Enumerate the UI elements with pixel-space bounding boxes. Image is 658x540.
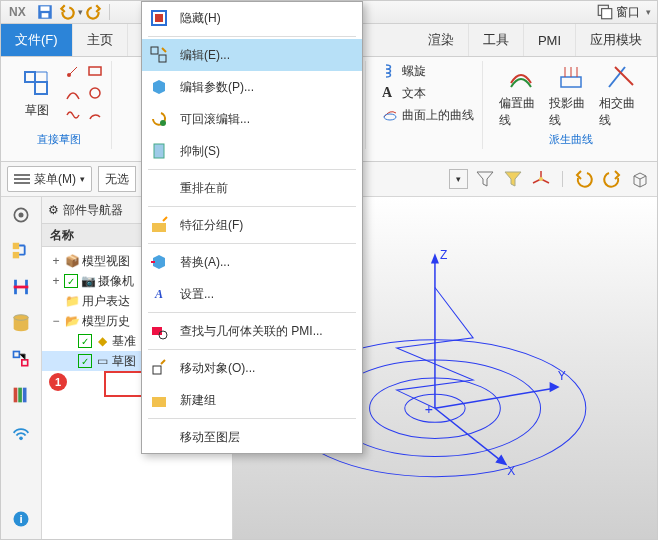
tree-icon[interactable] <box>7 345 35 373</box>
left-toolbar: i <box>1 197 42 539</box>
line-tool[interactable] <box>65 83 81 103</box>
svg-rect-49 <box>159 55 166 62</box>
svg-rect-52 <box>152 223 166 232</box>
tab-home[interactable]: 主页 <box>73 24 128 56</box>
svg-rect-24 <box>14 352 20 358</box>
svg-rect-10 <box>89 67 101 75</box>
ctx-feature-group[interactable]: 特征分组(F) <box>142 209 362 241</box>
svg-rect-2 <box>41 13 48 18</box>
helix-tool[interactable]: 螺旋 <box>382 61 426 81</box>
svg-rect-28 <box>23 388 27 403</box>
svg-rect-13 <box>561 77 581 87</box>
window-icon[interactable] <box>596 3 614 21</box>
svg-rect-27 <box>18 388 22 403</box>
intersect-curve-button[interactable]: 相交曲线 <box>599 61 643 129</box>
text-tool[interactable]: A文本 <box>382 83 426 103</box>
window-menu-label[interactable]: 窗口 <box>616 4 640 21</box>
svg-rect-56 <box>152 397 166 407</box>
svg-text:+: + <box>425 401 433 417</box>
constraint-nav-icon[interactable] <box>7 273 35 301</box>
database-icon[interactable] <box>7 309 35 337</box>
circle-tool[interactable] <box>87 83 103 103</box>
tab-tools[interactable]: 工具 <box>469 24 524 56</box>
svg-text:i: i <box>19 512 22 525</box>
save-icon[interactable] <box>36 3 54 21</box>
wifi-icon[interactable] <box>7 417 35 445</box>
undo-history-icon[interactable] <box>573 168 595 190</box>
svg-marker-40 <box>550 382 560 392</box>
svg-rect-15 <box>14 178 30 180</box>
curve-on-surface-tool[interactable]: 曲面上的曲线 <box>382 105 474 125</box>
ctx-reorder[interactable]: 重排在前 <box>142 172 362 204</box>
arc-tool[interactable] <box>87 105 103 125</box>
svg-point-11 <box>90 88 100 98</box>
settings-icon[interactable] <box>7 201 35 229</box>
spline-tool[interactable] <box>65 105 81 125</box>
ctx-edit-params[interactable]: 编辑参数(P)... <box>142 71 362 103</box>
svg-rect-55 <box>153 366 161 374</box>
svg-rect-6 <box>35 82 47 94</box>
ctx-new-group[interactable]: 新建组 <box>142 384 362 416</box>
svg-rect-51 <box>154 144 164 158</box>
menu-button[interactable]: 菜单(M)▾ <box>7 166 92 192</box>
app-logo: NX <box>1 5 34 19</box>
filter-color-icon[interactable] <box>502 168 524 190</box>
tab-appmodule[interactable]: 应用模块 <box>576 24 657 56</box>
svg-rect-47 <box>155 14 163 22</box>
svg-rect-5 <box>25 72 35 82</box>
svg-text:Y: Y <box>558 369 566 383</box>
ctx-replace[interactable]: 替换(A)... <box>142 246 362 278</box>
ctx-move-to-layer[interactable]: 移动至图层 <box>142 421 362 453</box>
tab-pmi[interactable]: PMI <box>524 24 576 56</box>
selection-filter[interactable]: 无选 <box>98 166 136 192</box>
svg-text:Z: Z <box>440 248 447 262</box>
callout-1: 1 <box>49 373 67 391</box>
svg-marker-37 <box>431 253 439 263</box>
svg-rect-1 <box>40 6 49 11</box>
point-tool[interactable] <box>65 61 81 81</box>
svg-rect-14 <box>14 174 30 176</box>
assembly-nav-icon[interactable] <box>7 237 35 265</box>
box-icon[interactable] <box>629 168 651 190</box>
redo-history-icon[interactable] <box>601 168 623 190</box>
info-icon[interactable]: i <box>7 505 35 533</box>
ctx-move-object[interactable]: 移动对象(O)... <box>142 352 362 384</box>
offset-curve-button[interactable]: 偏置曲线 <box>499 61 543 129</box>
tab-file[interactable]: 文件(F) <box>1 24 73 56</box>
svg-rect-53 <box>152 327 162 335</box>
filter-icon[interactable] <box>474 168 496 190</box>
ribbon-group-sketch-label[interactable]: 直接草图 <box>37 132 81 149</box>
rect-tool[interactable] <box>87 61 103 81</box>
svg-point-12 <box>384 114 396 120</box>
svg-text:X: X <box>507 464 515 478</box>
ribbon-group-derived-label[interactable]: 派生曲线 <box>549 132 593 149</box>
svg-point-29 <box>19 437 23 441</box>
svg-rect-21 <box>13 252 19 258</box>
svg-rect-4 <box>602 9 612 19</box>
ctx-edit[interactable]: 编辑(E)... <box>142 39 362 71</box>
axis-triad: Z Y X + <box>425 248 566 477</box>
svg-point-17 <box>539 177 543 181</box>
svg-rect-20 <box>13 243 19 249</box>
ctx-rollback[interactable]: 可回滚编辑... <box>142 103 362 135</box>
svg-rect-48 <box>151 47 158 54</box>
ctx-settings[interactable]: A设置... <box>142 278 362 310</box>
undo-icon[interactable] <box>58 3 76 21</box>
svg-line-39 <box>435 388 556 408</box>
svg-marker-43 <box>495 455 507 466</box>
ctx-find-pmi[interactable]: 查找与几何体关联的 PMI... <box>142 315 362 347</box>
svg-point-50 <box>160 120 166 126</box>
library-icon[interactable] <box>7 381 35 409</box>
ctx-hide[interactable]: 隐藏(H) <box>142 2 362 34</box>
ctx-suppress[interactable]: 抑制(S) <box>142 135 362 167</box>
redo-icon[interactable] <box>85 3 103 21</box>
project-curve-button[interactable]: 投影曲线 <box>549 61 593 129</box>
svg-point-19 <box>19 213 24 218</box>
dropdown-icon[interactable]: ▾ <box>449 169 468 189</box>
svg-rect-16 <box>14 182 30 184</box>
svg-rect-26 <box>14 388 18 403</box>
context-menu: 隐藏(H) 编辑(E)... 编辑参数(P)... 可回滚编辑... 抑制(S)… <box>141 1 363 454</box>
csys-icon[interactable] <box>530 168 552 190</box>
tab-render[interactable]: 渲染 <box>414 24 469 56</box>
sketch-button[interactable]: 草图 <box>15 68 59 119</box>
